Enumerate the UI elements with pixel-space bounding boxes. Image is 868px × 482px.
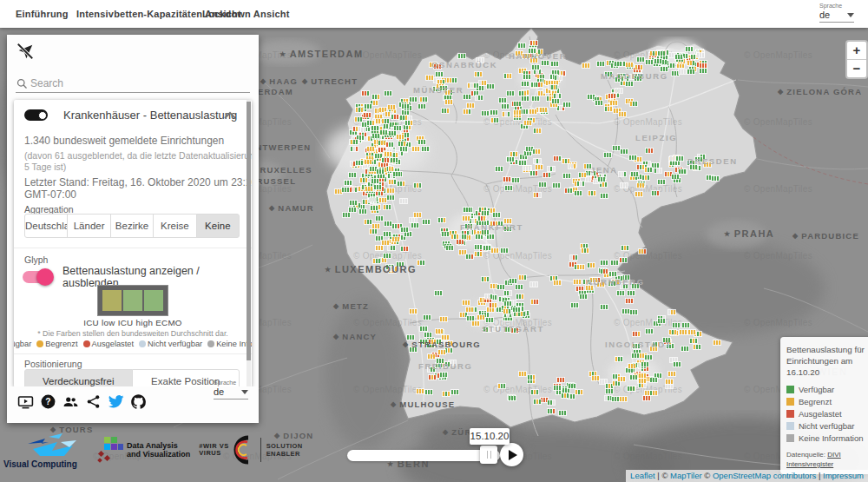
hospital-marker[interactable] xyxy=(630,102,637,106)
hospital-marker[interactable] xyxy=(652,163,659,168)
hospital-marker[interactable] xyxy=(569,164,575,168)
hospital-marker[interactable] xyxy=(496,167,503,171)
hospital-marker[interactable] xyxy=(620,397,627,401)
hospital-marker[interactable] xyxy=(673,323,680,327)
collapse-chevron-icon[interactable] xyxy=(224,111,236,119)
hospital-marker[interactable] xyxy=(519,91,526,96)
hospital-marker[interactable] xyxy=(367,147,374,151)
aggregation-option-deutschland[interactable]: Deutschland xyxy=(24,214,68,238)
hospital-marker[interactable] xyxy=(674,362,681,366)
hospital-marker[interactable] xyxy=(374,185,381,189)
hospital-marker[interactable] xyxy=(650,391,657,395)
hospital-marker[interactable] xyxy=(373,259,380,263)
hospital-marker[interactable] xyxy=(384,205,391,209)
hospital-marker[interactable] xyxy=(349,173,356,177)
hospital-marker[interactable] xyxy=(372,134,379,138)
hospital-marker[interactable] xyxy=(384,232,391,236)
attribution-link[interactable]: Impressum xyxy=(823,471,864,480)
hospital-marker[interactable] xyxy=(377,169,384,174)
hospital-marker[interactable] xyxy=(528,375,535,380)
hospital-marker[interactable] xyxy=(606,389,613,393)
aggregation-option-keine[interactable]: Keine xyxy=(196,214,240,238)
hospital-marker[interactable] xyxy=(424,315,431,320)
hospital-marker[interactable] xyxy=(519,275,526,280)
hospital-marker[interactable] xyxy=(639,379,646,383)
hospital-marker[interactable] xyxy=(387,195,394,200)
hospital-marker[interactable] xyxy=(681,347,688,351)
hospital-marker[interactable] xyxy=(478,216,485,221)
hospital-marker[interactable] xyxy=(615,62,621,66)
hospital-marker[interactable] xyxy=(420,97,427,102)
hospital-marker[interactable] xyxy=(713,340,720,345)
hospital-marker[interactable] xyxy=(645,355,652,360)
hospital-marker[interactable] xyxy=(509,396,516,400)
hospital-marker[interactable] xyxy=(493,213,500,217)
hospital-marker[interactable] xyxy=(571,303,578,307)
hospital-marker[interactable] xyxy=(349,208,356,212)
hospital-marker[interactable] xyxy=(539,182,546,187)
hospital-marker[interactable] xyxy=(621,183,628,188)
hospital-marker[interactable] xyxy=(440,373,447,377)
hospital-marker[interactable] xyxy=(485,294,492,299)
zoom-in-button[interactable]: + xyxy=(847,42,866,60)
hospital-marker[interactable] xyxy=(700,63,707,68)
hospital-marker[interactable] xyxy=(592,376,599,380)
hospital-marker[interactable] xyxy=(620,258,627,262)
hospital-marker[interactable] xyxy=(513,307,520,312)
hospital-marker[interactable] xyxy=(429,375,436,380)
hospital-marker[interactable] xyxy=(378,141,385,145)
search-input[interactable] xyxy=(29,76,240,90)
hospital-marker[interactable] xyxy=(643,396,650,400)
hospital-marker[interactable] xyxy=(617,291,624,295)
hospital-marker[interactable] xyxy=(410,97,417,102)
team-icon[interactable] xyxy=(62,393,79,410)
hospital-marker[interactable] xyxy=(422,147,429,151)
hospital-marker[interactable] xyxy=(487,84,494,89)
hospital-marker[interactable] xyxy=(386,142,393,147)
hospital-marker[interactable] xyxy=(355,117,362,122)
hospital-marker[interactable] xyxy=(446,246,453,250)
hospital-marker[interactable] xyxy=(626,63,633,67)
timeline-play-button[interactable] xyxy=(500,443,523,466)
hospital-marker[interactable] xyxy=(541,398,548,402)
hospital-marker[interactable] xyxy=(529,109,536,114)
hospital-marker[interactable] xyxy=(365,160,372,164)
hospital-marker[interactable] xyxy=(359,209,366,214)
hospital-marker[interactable] xyxy=(606,384,613,388)
hospital-marker[interactable] xyxy=(490,303,496,307)
hospital-marker[interactable] xyxy=(672,175,679,179)
hospital-marker[interactable] xyxy=(700,69,707,73)
hospital-marker[interactable] xyxy=(574,280,581,284)
hospital-marker[interactable] xyxy=(679,169,686,174)
hospital-marker[interactable] xyxy=(628,291,635,295)
hospital-marker[interactable] xyxy=(601,261,608,265)
hospital-marker[interactable] xyxy=(418,140,425,144)
hospital-marker[interactable] xyxy=(372,179,378,183)
hospital-marker[interactable] xyxy=(697,53,704,57)
hospital-marker[interactable] xyxy=(418,104,425,109)
hospital-marker[interactable] xyxy=(557,378,564,382)
hospital-marker[interactable] xyxy=(565,188,572,193)
hospital-marker[interactable] xyxy=(479,81,486,85)
hospital-marker[interactable] xyxy=(597,62,604,66)
hospital-marker[interactable] xyxy=(619,112,626,116)
hospital-marker[interactable] xyxy=(389,180,396,184)
hospital-marker[interactable] xyxy=(631,172,638,176)
hospital-marker[interactable] xyxy=(605,107,612,111)
hospital-marker[interactable] xyxy=(410,309,417,314)
hospital-marker[interactable] xyxy=(402,110,409,115)
hospital-marker[interactable] xyxy=(668,310,675,314)
hospital-marker[interactable] xyxy=(376,246,383,250)
hospital-marker[interactable] xyxy=(459,250,466,254)
hospital-marker[interactable] xyxy=(400,199,407,203)
hospital-marker[interactable] xyxy=(548,167,555,171)
hospital-marker[interactable] xyxy=(373,119,380,123)
hospital-marker[interactable] xyxy=(679,69,686,74)
hospital-marker[interactable] xyxy=(531,300,538,304)
hospital-marker[interactable] xyxy=(604,153,611,157)
hospital-marker[interactable] xyxy=(532,65,539,69)
hospital-marker[interactable] xyxy=(577,265,584,269)
hospital-marker[interactable] xyxy=(417,389,424,393)
hospital-marker[interactable] xyxy=(687,61,694,65)
hospital-marker[interactable] xyxy=(362,91,369,96)
